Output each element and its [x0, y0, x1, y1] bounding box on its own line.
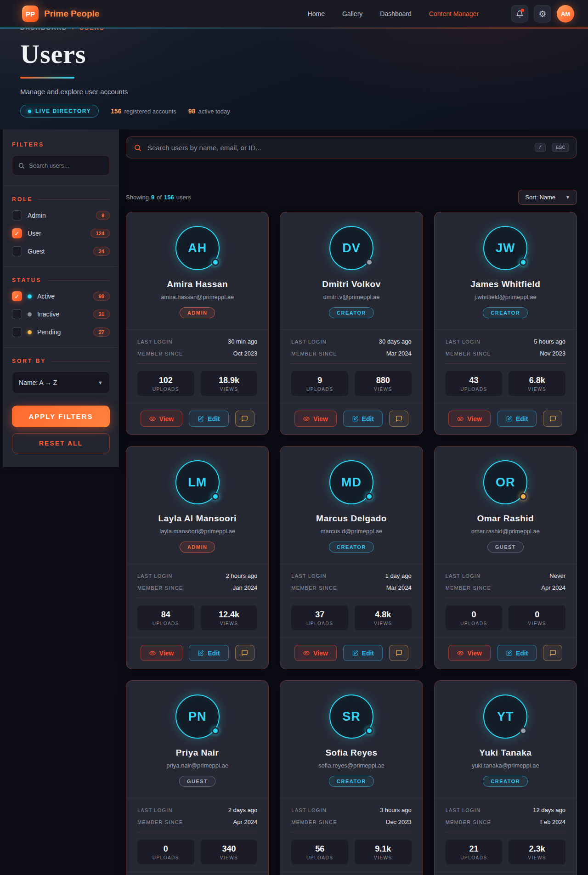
checkbox-active[interactable]: ✓: [12, 291, 22, 301]
stats-row: 0 UPLOADS 340 VIEWS: [137, 840, 257, 864]
user-name: Yuki Tanaka: [446, 748, 565, 758]
status-filter-inactive[interactable]: ✓ Inactive 31: [12, 309, 110, 319]
edit-button[interactable]: Edit: [497, 411, 537, 427]
member-since-value: Feb 2024: [540, 819, 565, 825]
active-label: active today: [198, 108, 230, 115]
nav-link-dashboard[interactable]: Dashboard: [380, 10, 412, 17]
role-filter-user[interactable]: ✓ User 124: [12, 228, 110, 238]
member-since-label: MEMBER SINCE: [137, 585, 183, 591]
edit-button-label: Edit: [362, 415, 374, 423]
uploads-value: 43: [449, 376, 499, 385]
edit-button[interactable]: Edit: [497, 645, 537, 661]
member-since-label: MEMBER SINCE: [137, 351, 183, 356]
registered-label: registered accounts: [124, 108, 176, 115]
card-actions: View Edit: [126, 403, 268, 435]
sidebar-search-input[interactable]: [29, 162, 104, 169]
stats-row: 102 UPLOADS 18.9k VIEWS: [137, 371, 257, 396]
comment-button[interactable]: [389, 411, 408, 427]
edit-button[interactable]: Edit: [189, 411, 228, 427]
role-badge: CREATOR: [483, 307, 528, 318]
user-email: layla.mansoori@primeppl.ae: [137, 528, 257, 535]
filters-heading: FILTERS: [12, 141, 110, 148]
member-since-label: MEMBER SINCE: [446, 351, 491, 356]
nav-link-home[interactable]: Home: [308, 10, 325, 17]
notifications-button[interactable]: [511, 5, 528, 23]
shown-count: 9: [151, 194, 154, 201]
checkbox-admin[interactable]: ✓: [12, 210, 22, 220]
main-search-bar[interactable]: / ESC: [126, 136, 577, 158]
role-filter-guest[interactable]: ✓ Guest 24: [12, 246, 110, 256]
title-underline: [20, 77, 74, 79]
view-button[interactable]: View: [294, 411, 337, 427]
view-button[interactable]: View: [448, 645, 491, 661]
pencil-square-icon: [352, 650, 358, 656]
edit-button[interactable]: Edit: [343, 411, 383, 427]
view-button[interactable]: View: [141, 645, 183, 661]
status-label: Active: [37, 293, 55, 300]
avatar: PN: [175, 694, 220, 739]
sort-select[interactable]: Name: A → Z ▼: [12, 372, 110, 394]
view-button[interactable]: View: [294, 645, 337, 661]
brand[interactable]: PP Prime People: [22, 6, 99, 22]
uploads-value: 9: [295, 376, 345, 385]
role-label: Admin: [28, 212, 46, 219]
eye-icon: [303, 416, 310, 422]
user-name: Omar Rashid: [446, 514, 565, 524]
uploads-stat-tile: 37 UPLOADS: [291, 605, 348, 630]
views-value: 2.3k: [512, 844, 562, 854]
eye-icon: [303, 650, 310, 656]
checkbox-inactive[interactable]: ✓: [12, 309, 22, 319]
main-search-input[interactable]: [147, 144, 529, 152]
divider: [291, 832, 411, 832]
member-since-row: MEMBER SINCE Mar 2024: [291, 350, 411, 357]
uploads-label: UPLOADS: [295, 855, 345, 860]
role-badge: CREATOR: [329, 542, 374, 553]
views-value: 9.1k: [358, 844, 408, 854]
nav-link-content-manager[interactable]: Content Manager: [429, 10, 479, 17]
checkbox-user[interactable]: ✓: [12, 228, 22, 238]
comment-button[interactable]: [235, 645, 254, 661]
stats-row: 0 UPLOADS 0 VIEWS: [446, 605, 565, 630]
status-filter-active[interactable]: ✓ Active 98: [12, 291, 110, 301]
last-login-row: LAST LOGIN 12 days ago: [446, 807, 565, 813]
card-identity-section: OR Omar Rashid omar.rashid@primeppl.ae G…: [435, 446, 577, 564]
views-stat-tile: 6.8k VIEWS: [509, 371, 565, 396]
comment-button[interactable]: [543, 645, 562, 661]
user-avatar-menu[interactable]: AM: [557, 5, 574, 23]
uploads-value: 84: [141, 610, 191, 620]
comment-button[interactable]: [389, 645, 408, 661]
settings-button[interactable]: ⚙: [534, 5, 551, 23]
uploads-value: 102: [141, 376, 191, 385]
status-count-badge: 98: [93, 292, 110, 301]
uploads-value: 37: [295, 610, 345, 620]
card-meta-section: LAST LOGIN 12 days ago MEMBER SINCE Feb …: [435, 798, 577, 872]
live-directory-badge: LIVE DIRECTORY: [20, 105, 99, 118]
sidebar-search-box[interactable]: [12, 155, 110, 175]
user-name: Amira Hassan: [137, 279, 257, 289]
role-filter-admin[interactable]: ✓ Admin 8: [12, 210, 110, 220]
reset-all-button[interactable]: RESET ALL: [12, 433, 110, 453]
checkbox-pending[interactable]: ✓: [12, 327, 22, 337]
card-actions: View Edit: [435, 872, 577, 875]
views-stat-tile: 880 VIEWS: [355, 371, 412, 396]
sort-dropdown[interactable]: Sort: Name ▼: [518, 190, 577, 205]
presence-dot: [212, 493, 219, 500]
role-label: User: [28, 230, 41, 237]
view-button[interactable]: View: [141, 411, 183, 427]
view-button[interactable]: View: [448, 411, 491, 427]
comment-button[interactable]: [235, 411, 254, 427]
primary-nav: Home Gallery Dashboard Content Manager: [308, 10, 479, 17]
user-card: JW James Whitfield j.whitfield@primeppl.…: [434, 212, 577, 435]
card-actions: View Edit: [280, 872, 422, 875]
registered-count: 156: [111, 107, 121, 115]
comment-button[interactable]: [543, 411, 562, 427]
checkbox-guest[interactable]: ✓: [12, 246, 22, 256]
edit-button[interactable]: Edit: [343, 645, 383, 661]
nav-link-gallery[interactable]: Gallery: [342, 10, 362, 17]
role-badge: CREATOR: [483, 776, 528, 787]
uploads-label: UPLOADS: [141, 621, 191, 626]
apply-filters-button[interactable]: APPLY FILTERS: [12, 406, 110, 427]
status-filter-pending[interactable]: ✓ Pending 27: [12, 327, 110, 337]
card-meta-section: LAST LOGIN 2 hours ago MEMBER SINCE Jan …: [126, 564, 268, 638]
edit-button[interactable]: Edit: [189, 645, 228, 661]
